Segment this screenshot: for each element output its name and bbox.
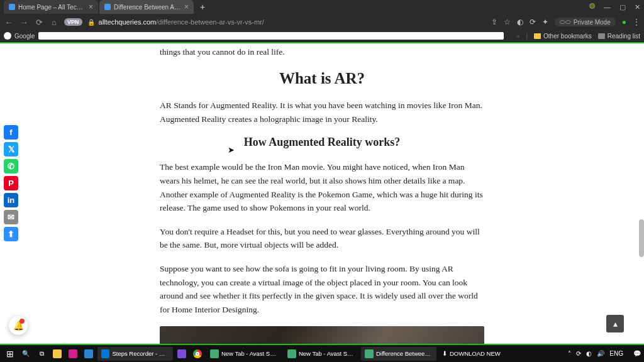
heading-how-ar-works: How Augmented Reality works? bbox=[160, 136, 484, 149]
url-input[interactable]: 🔒 alltechqueries.com/difference-between-… bbox=[87, 18, 486, 26]
paragraph: You don't require a Headset for this, bu… bbox=[160, 225, 484, 252]
taskbar: ⊞ 🔍 ⧉ Steps Recorder - Re... New Tab - A… bbox=[0, 345, 644, 362]
browser-icon bbox=[287, 349, 296, 358]
language-indicator[interactable]: ENG bbox=[609, 350, 623, 357]
close-tab-icon[interactable]: × bbox=[89, 3, 93, 11]
back-button[interactable]: ← bbox=[4, 18, 14, 27]
favicon-icon bbox=[9, 4, 15, 10]
star-icon[interactable]: ☆ bbox=[504, 18, 511, 26]
share-icon[interactable]: ⇪ bbox=[491, 18, 497, 26]
paragraph: Suppose you want to see how the sofa is … bbox=[160, 262, 484, 316]
address-bar: ← → ⟳ ⌂ VPN 🔒 alltechqueries.com/differe… bbox=[0, 14, 644, 30]
tab-title: Home Page – All Tech Queries bbox=[18, 4, 86, 11]
browser-tab-active[interactable]: Difference Between AR Vs VR Vs × bbox=[99, 0, 194, 14]
paragraph: The best example would be the Iron Man m… bbox=[160, 160, 484, 214]
action-center-icon[interactable]: 💬 bbox=[633, 350, 641, 357]
notification-bell-button[interactable]: 🔔 bbox=[9, 316, 28, 335]
lock-icon: 🔒 bbox=[87, 19, 95, 26]
pinterest-share-button[interactable]: P bbox=[4, 176, 18, 190]
reading-list-button[interactable]: Reading list bbox=[598, 33, 640, 40]
window-controls: — ▢ ✕ bbox=[589, 3, 640, 11]
menu-icon[interactable]: ⋮ bbox=[633, 18, 640, 26]
bookmark-search-bar[interactable] bbox=[38, 32, 504, 40]
linkedin-share-button[interactable]: in bbox=[4, 193, 18, 207]
tray-overflow-icon[interactable]: ˄ bbox=[568, 350, 571, 357]
folder-icon bbox=[534, 33, 541, 39]
minimize-button[interactable]: — bbox=[604, 3, 611, 11]
intro-fragment: things that you cannot do in real life. bbox=[160, 46, 484, 58]
article-image bbox=[160, 326, 484, 344]
maximize-button[interactable]: ▢ bbox=[619, 3, 626, 11]
taskbar-app-browser[interactable]: New Tab - Avast Se... bbox=[206, 347, 282, 361]
scroll-to-top-button[interactable]: ▴ bbox=[606, 315, 624, 332]
forward-button[interactable]: → bbox=[19, 18, 29, 27]
scrollbar-thumb[interactable] bbox=[639, 219, 644, 257]
sync-icon[interactable]: ⟳ bbox=[530, 18, 536, 26]
download-icon: ⬇ bbox=[442, 350, 447, 357]
taskbar-app-browser[interactable]: New Tab - Avast Se... bbox=[284, 347, 359, 361]
taskbar-pinned-app[interactable] bbox=[66, 347, 80, 361]
extension-icon[interactable]: ✦ bbox=[542, 18, 548, 26]
url-text: alltechqueries.com/difference-between-ar… bbox=[99, 18, 264, 26]
search-button[interactable]: 🔍 bbox=[19, 347, 33, 361]
task-view-button[interactable]: ⧉ bbox=[35, 347, 48, 361]
taskbar-pinned-app[interactable] bbox=[50, 347, 64, 361]
google-icon bbox=[4, 32, 11, 40]
article-body: things that you cannot do in real life. … bbox=[160, 46, 484, 344]
mask-icon: ⬭⬭ bbox=[560, 18, 571, 26]
adblock-icon[interactable]: ◐ bbox=[517, 18, 523, 26]
private-mode-badge[interactable]: ⬭⬭ Private Mode bbox=[555, 18, 616, 26]
whatsapp-share-button[interactable]: ✆ bbox=[4, 159, 18, 173]
taskbar-app-chrome[interactable] bbox=[191, 347, 204, 361]
email-share-button[interactable]: ✉ bbox=[4, 210, 18, 224]
heading-what-is-ar: What is AR? bbox=[160, 70, 484, 87]
tab-title: Difference Between AR Vs VR Vs bbox=[114, 4, 181, 11]
reading-list-icon bbox=[598, 33, 605, 39]
other-bookmarks-button[interactable]: Other bookmarks bbox=[534, 33, 592, 40]
titlebar: Home Page – All Tech Queries × Differenc… bbox=[0, 0, 644, 14]
close-tab-icon[interactable]: × bbox=[184, 3, 189, 11]
generic-share-button[interactable]: ⬆ bbox=[4, 227, 18, 241]
bookmarks-bar: Google » | Other bookmarks Reading list bbox=[0, 30, 644, 42]
home-button[interactable]: ⌂ bbox=[49, 18, 59, 27]
taskbar-app-steps-recorder[interactable]: Steps Recorder - Re... bbox=[97, 347, 173, 361]
tray-icon[interactable]: ◐ bbox=[586, 350, 592, 357]
start-button[interactable]: ⊞ bbox=[3, 347, 17, 361]
sync-tray-icon[interactable]: ⟳ bbox=[576, 350, 581, 357]
browser-icon bbox=[365, 349, 374, 358]
record-indicator-icon bbox=[589, 3, 595, 9]
bookmark-google[interactable]: Google bbox=[4, 32, 35, 40]
paragraph: AR Stands for Augmented Reality. It is w… bbox=[160, 99, 484, 126]
close-window-button[interactable]: ✕ bbox=[635, 3, 640, 11]
reload-button[interactable]: ⟳ bbox=[34, 18, 44, 27]
taskbar-pinned-app[interactable] bbox=[82, 347, 96, 361]
shield-icon[interactable]: ● bbox=[622, 18, 626, 26]
twitter-share-button[interactable]: 𝕏 bbox=[4, 142, 18, 156]
vpn-badge[interactable]: VPN bbox=[64, 18, 82, 26]
page-viewport[interactable]: things that you cannot do in real life. … bbox=[0, 43, 644, 344]
volume-icon[interactable]: 🔊 bbox=[597, 350, 604, 357]
facebook-share-button[interactable]: f bbox=[4, 125, 18, 140]
favicon-icon bbox=[104, 4, 111, 10]
new-tab-button[interactable]: + bbox=[195, 2, 210, 12]
steps-recorder-icon bbox=[101, 349, 109, 358]
taskbar-app-browser-active[interactable]: Difference Between... bbox=[361, 347, 436, 361]
taskbar-pinned-app[interactable] bbox=[175, 347, 189, 361]
download-indicator[interactable]: ⬇ DOWNLOAD NEW bbox=[438, 350, 504, 357]
notification-dot-icon bbox=[19, 319, 25, 324]
browser-tab[interactable]: Home Page – All Tech Queries × bbox=[4, 0, 98, 14]
social-share-rail: f 𝕏 ✆ P in ✉ ⬆ bbox=[4, 125, 18, 241]
browser-icon bbox=[210, 349, 219, 358]
